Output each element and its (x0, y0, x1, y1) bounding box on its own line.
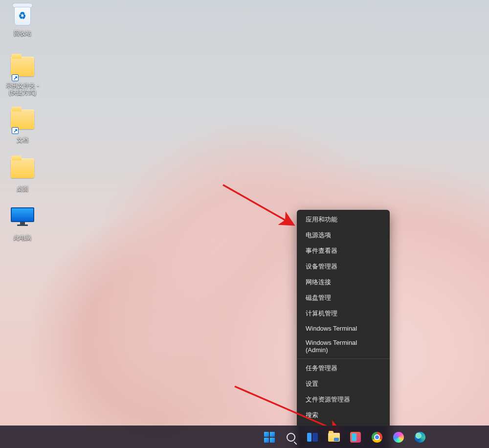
orb-icon (393, 432, 404, 443)
desktop-icon-documents[interactable]: ↗ 文档 (3, 109, 42, 144)
desktop-icon-recycle-bin[interactable]: ♻ 回收站 (3, 3, 42, 37)
search-button[interactable] (283, 429, 299, 446)
menu-item-label: 应用和功能 (306, 215, 337, 224)
desktop: ♻ 回收站 ↗ 示例文件夹 - (快捷方式) ↗ 文档 桌面 此电脑 (0, 0, 489, 448)
folder-icon: ↗ (11, 57, 34, 80)
app-launcher-button[interactable] (347, 429, 364, 446)
desktop-icon-sample-folder[interactable]: ↗ 示例文件夹 - (快捷方式) (3, 56, 42, 96)
menu-item-label: 计算机管理 (306, 309, 337, 318)
taskbar-center-group (261, 429, 428, 446)
menu-item-label: 事件查看器 (306, 246, 337, 255)
menu-item-label: Windows Terminal (Admin) (306, 339, 381, 354)
menu-item-label: 磁盘管理 (306, 293, 331, 302)
winx-context-menu: 应用和功能 电源选项 事件查看器 设备管理器 网络连接 磁盘管理 计算机管理 W… (297, 210, 390, 448)
orb-app-button[interactable] (390, 429, 407, 446)
this-pc-icon (11, 207, 34, 231)
menu-item-device-manager[interactable]: 设备管理器 (299, 259, 388, 274)
menu-item-label: 搜索 (306, 411, 318, 420)
file-explorer-button[interactable] (326, 429, 342, 446)
desktop-icon-label: 文档 (17, 136, 28, 143)
edge-button[interactable] (412, 429, 428, 446)
shortcut-overlay-icon: ↗ (12, 127, 19, 134)
menu-item-file-explorer[interactable]: 文件资源管理器 (299, 392, 388, 407)
task-view-icon (307, 433, 318, 442)
menu-item-apps-and-features[interactable]: 应用和功能 (299, 212, 388, 227)
menu-item-search[interactable]: 搜索 (299, 407, 388, 423)
menu-item-settings[interactable]: 设置 (299, 376, 388, 392)
chrome-button[interactable] (369, 429, 385, 446)
folder-icon (328, 433, 340, 442)
desktop-icon-this-pc[interactable]: 此电脑 (3, 206, 42, 242)
menu-item-disk-management[interactable]: 磁盘管理 (299, 290, 388, 306)
menu-item-label: 任务管理器 (306, 364, 337, 373)
menu-item-event-viewer[interactable]: 事件查看器 (299, 243, 388, 259)
app-icon (350, 432, 361, 443)
chrome-icon (372, 432, 382, 443)
windows-logo-icon (264, 432, 275, 443)
menu-item-task-manager[interactable]: 任务管理器 (299, 360, 388, 376)
recycle-bin-icon: ♻ (11, 3, 34, 26)
menu-item-label: 文件资源管理器 (306, 395, 350, 404)
menu-item-label: Windows Terminal (306, 325, 357, 332)
menu-item-network-connections[interactable]: 网络连接 (299, 274, 388, 290)
menu-item-label: 设备管理器 (306, 262, 337, 271)
search-icon (287, 433, 295, 442)
desktop-icon-label: 示例文件夹 - (快捷方式) (3, 82, 42, 96)
desktop-icon-label: 此电脑 (14, 234, 31, 241)
menu-item-power-options[interactable]: 电源选项 (299, 227, 388, 243)
folder-icon (11, 158, 34, 182)
menu-item-label: 设置 (306, 380, 318, 388)
menu-item-label: 网络连接 (306, 278, 331, 287)
menu-item-windows-terminal-admin[interactable]: Windows Terminal (Admin) (299, 336, 388, 357)
desktop-icon-desktop-folder[interactable]: 桌面 (3, 157, 42, 193)
desktop-icon-label: 回收站 (14, 30, 31, 37)
shortcut-overlay-icon: ↗ (12, 74, 19, 81)
folder-icon: ↗ (11, 110, 34, 133)
menu-item-windows-terminal[interactable]: Windows Terminal (299, 321, 388, 336)
edge-icon (415, 432, 425, 443)
task-view-button[interactable] (304, 429, 321, 446)
menu-item-label: 电源选项 (306, 231, 331, 240)
taskbar (0, 426, 489, 448)
start-button[interactable] (261, 429, 278, 446)
menu-item-computer-management[interactable]: 计算机管理 (299, 306, 388, 321)
desktop-icon-label: 桌面 (17, 185, 28, 192)
menu-separator (297, 358, 390, 359)
